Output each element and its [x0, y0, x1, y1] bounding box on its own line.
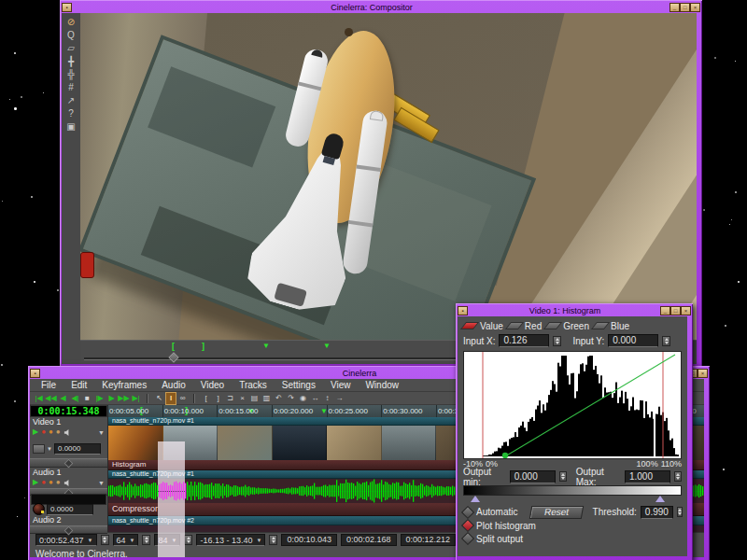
output-min-slider[interactable] [471, 496, 480, 502]
video-thumbnail[interactable] [108, 426, 163, 460]
track-title-audio2[interactable]: Audio 2 [30, 515, 107, 525]
reverse-play-button[interactable]: ◀ [57, 393, 69, 404]
selection-duration-field[interactable]: 0:00:02.168 [341, 534, 397, 546]
video-thumbnail[interactable] [273, 426, 328, 460]
video-thumbnail[interactable] [327, 426, 382, 460]
reset-button[interactable]: Reset [529, 506, 585, 519]
dropdown-arrow-icon[interactable]: ▼ [88, 538, 93, 543]
amplitude-zoom-field[interactable]: 64▼ [113, 534, 139, 546]
menu-video[interactable]: Video [193, 379, 232, 391]
in-point-marker[interactable]: [ [172, 342, 175, 351]
titlesafe-icon[interactable]: ▣ [63, 120, 78, 133]
menu-file[interactable]: File [34, 379, 63, 391]
output-min-field[interactable]: 0.000 [510, 470, 556, 483]
output-max-tumbler[interactable] [674, 471, 682, 482]
input-y-tumbler[interactable] [662, 336, 670, 346]
channel-blue[interactable]: Blue [594, 321, 629, 331]
output-max-slider[interactable] [655, 496, 665, 502]
projector-tool-icon[interactable]: ╬ [63, 68, 78, 81]
sample-zoom-field[interactable]: 0:00:52.437▼ [35, 534, 97, 546]
record-arm-icon[interactable]: ● [41, 427, 46, 437]
fast-reverse-button[interactable]: ◀◀ [45, 393, 57, 404]
dropdown-arrow-icon[interactable]: ▼ [256, 538, 261, 543]
iconify-button[interactable]: _ [660, 306, 670, 315]
label-marker[interactable]: ▼ [323, 342, 331, 350]
track-height-tumbler[interactable] [184, 535, 192, 545]
output-max-field[interactable]: 1.000 [625, 470, 670, 483]
channel-green[interactable]: Green [546, 321, 589, 331]
mute-speaker-icon[interactable] [63, 479, 72, 487]
tool-info-icon[interactable]: ? [63, 107, 78, 120]
histogram-plot[interactable] [463, 351, 682, 459]
draw-media-icon[interactable]: ● [56, 478, 61, 487]
track-title-video1[interactable]: Video 1 [30, 417, 107, 427]
mute-speaker-icon[interactable] [63, 428, 72, 437]
close-button[interactable]: × [681, 306, 691, 315]
pan-knob[interactable] [33, 503, 45, 515]
paste-button[interactable]: ▥ [261, 393, 273, 404]
gang-icon[interactable]: ● [49, 478, 53, 487]
plot-histogram-checkbox[interactable] [461, 519, 474, 532]
track-title-audio1[interactable]: Audio 1 [30, 468, 107, 477]
mask-tool-icon[interactable]: ▱ [63, 42, 78, 55]
label-marker[interactable]: ▼ [262, 342, 270, 350]
dropdown-arrow-icon[interactable]: ▼ [130, 538, 135, 543]
input-y-field[interactable]: 0.000 [608, 334, 658, 347]
menu-window[interactable]: Window [358, 379, 406, 391]
sample-zoom-tumbler[interactable] [101, 535, 109, 545]
channel-slash-icon[interactable] [591, 322, 610, 329]
channel-red[interactable]: Red [508, 321, 542, 331]
label-button[interactable]: ◉ [297, 393, 309, 404]
video-thumbnail[interactable] [163, 426, 218, 460]
channel-slash-icon[interactable] [505, 322, 524, 329]
protect-video-icon[interactable]: ⊘ [63, 16, 78, 29]
expand-track-icon[interactable]: ▼ [98, 480, 105, 486]
input-x-field[interactable]: 0.126 [499, 334, 549, 347]
fast-forward-button[interactable]: ▶▶ [118, 393, 130, 404]
out-point-marker[interactable]: ] [202, 342, 204, 351]
channel-slash-icon[interactable] [543, 322, 562, 329]
video-thumbnail[interactable] [218, 426, 273, 460]
splice-button[interactable]: ⊐ [224, 393, 236, 404]
iconify-button[interactable]: _ [669, 3, 680, 12]
histogram-titlebar[interactable]: ▪ Video 1: Histogram _ □ × [458, 305, 691, 316]
channel-value[interactable]: Value [463, 321, 503, 331]
fit-selection-button[interactable]: ↔ [309, 393, 321, 404]
video-fader-value[interactable]: 0.0000 [54, 443, 101, 455]
play-button[interactable]: ▶ [106, 393, 118, 404]
undo-button[interactable]: ↶ [273, 393, 285, 404]
frame-forward-button[interactable]: |▶ [93, 393, 106, 404]
automatic-checkbox[interactable] [461, 505, 474, 518]
draw-media-icon[interactable]: ● [56, 427, 61, 437]
camera-tool-icon[interactable]: ╋ [63, 55, 78, 68]
window-menu-button[interactable]: ▪ [458, 306, 468, 315]
curve-zoom-field[interactable]: -16.13 - 13.40▼ [196, 534, 265, 546]
threshold-field[interactable]: 0.990 [641, 506, 673, 519]
window-menu-button[interactable]: ▪ [62, 3, 72, 12]
stop-button[interactable]: ■ [81, 393, 93, 404]
video-thumbnail[interactable] [382, 426, 437, 460]
menu-tracks[interactable]: Tracks [232, 379, 275, 391]
window-menu-button[interactable]: ▪ [30, 369, 40, 378]
cut-button[interactable]: × [236, 393, 248, 404]
maximize-button[interactable]: □ [670, 306, 681, 315]
crop-tool-icon[interactable]: # [63, 81, 78, 94]
selection-end-field[interactable]: 0:00:12.212 [401, 534, 457, 546]
track-height-field[interactable]: 84▼ [154, 534, 180, 546]
copy-button[interactable]: ▤ [248, 393, 261, 404]
menu-view[interactable]: View [323, 379, 359, 391]
curve-zoom-tumbler[interactable] [269, 535, 277, 545]
play-toggle-icon[interactable]: ▶ [33, 427, 38, 437]
in-point-button[interactable]: [ [200, 393, 212, 404]
expand-track-icon[interactable]: ▼ [98, 429, 105, 436]
record-arm-icon[interactable]: ● [41, 478, 46, 487]
close-button[interactable]: × [690, 3, 700, 12]
maximize-button[interactable]: □ [680, 3, 690, 12]
menu-settings[interactable]: Settings [275, 379, 323, 391]
eyedropper-icon[interactable]: ↗ [63, 94, 78, 107]
magnify-icon[interactable]: Q [63, 29, 78, 42]
audio-fader-value[interactable]: 0.0000 [47, 504, 93, 515]
keyframe-link-button[interactable]: ∞ [176, 393, 189, 404]
track-divider[interactable] [30, 525, 107, 534]
compositor-titlebar[interactable]: ▪ Cinelerra: Compositor _ □ × [62, 2, 700, 13]
